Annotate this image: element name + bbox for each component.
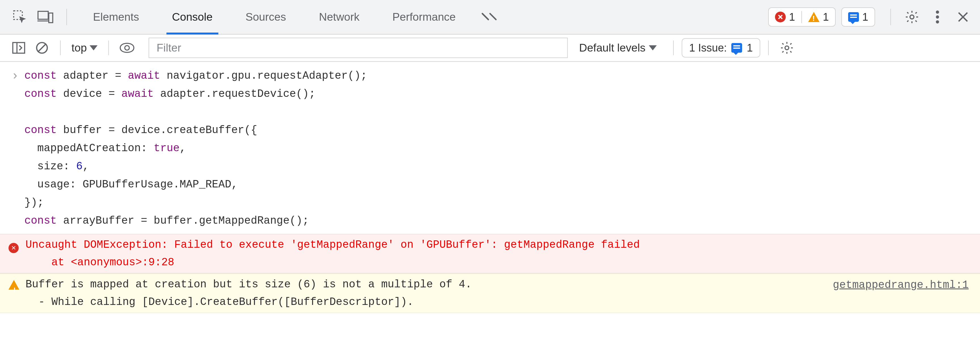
error-text: Uncaught DOMException: Failed to execute… — [25, 236, 969, 271]
divider — [673, 41, 674, 55]
toggle-sidebar-icon[interactable] — [8, 38, 29, 58]
console-error-message[interactable]: ✕ Uncaught DOMException: Failed to execu… — [0, 234, 980, 274]
tab-sources[interactable]: Sources — [229, 0, 302, 34]
kebab-menu-icon[interactable] — [926, 6, 949, 28]
error-count[interactable]: 1 — [769, 11, 801, 23]
settings-icon[interactable] — [900, 6, 923, 28]
svg-line-11 — [38, 44, 46, 52]
tab-elements[interactable]: Elements — [76, 0, 156, 34]
more-tabs-button[interactable] — [472, 0, 506, 34]
panel-tabs: Elements Console Sources Network Perform… — [76, 0, 506, 34]
console-warning-message[interactable]: Buffer is mapped at creation but its siz… — [0, 274, 980, 313]
divider — [890, 9, 891, 25]
svg-point-5 — [936, 11, 939, 14]
message-counts: 1 1 1 — [768, 7, 881, 27]
tab-label: Elements — [93, 11, 139, 23]
context-selector[interactable]: top — [68, 42, 100, 54]
issues-button[interactable]: 1 Issue: 1 — [682, 38, 760, 57]
tab-console[interactable]: Console — [156, 0, 229, 34]
svg-rect-8 — [13, 43, 25, 53]
svg-point-6 — [936, 15, 939, 18]
devtools-tabbar: Elements Console Sources Network Perform… — [0, 0, 980, 35]
console-settings-icon[interactable] — [777, 38, 797, 58]
error-icon: ✕ — [8, 236, 25, 256]
console-output: › const adapter = await navigator.gpu.re… — [0, 62, 980, 313]
tab-performance[interactable]: Performance — [376, 0, 472, 34]
issues-label: 1 Issue: — [689, 42, 727, 54]
levels-label: Default levels — [579, 42, 645, 54]
error-icon — [775, 12, 786, 22]
tab-label: Sources — [245, 11, 286, 23]
issue-icon — [848, 12, 859, 22]
console-input-entry[interactable]: › const adapter = await navigator.gpu.re… — [0, 62, 980, 234]
close-icon[interactable] — [951, 6, 974, 28]
context-value: top — [72, 42, 87, 54]
svg-rect-1 — [38, 11, 48, 19]
issues-count: 1 — [747, 42, 752, 54]
inspect-element-icon[interactable] — [8, 6, 31, 28]
count-value: 1 — [789, 11, 795, 23]
divider — [108, 41, 109, 55]
filter-input[interactable] — [149, 38, 568, 58]
svg-rect-3 — [49, 13, 53, 23]
warning-icon — [808, 12, 819, 22]
console-toolbar: top Default levels 1 Issue: 1 — [0, 35, 980, 62]
tab-label: Network — [319, 11, 360, 23]
error-warning-counts[interactable]: 1 1 — [768, 7, 836, 27]
warning-text: Buffer is mapped at creation but its siz… — [25, 276, 821, 311]
issue-count-group[interactable]: 1 — [842, 7, 875, 27]
tab-label: Console — [172, 11, 213, 23]
tab-network[interactable]: Network — [302, 0, 376, 34]
prompt-chevron-icon: › — [11, 67, 24, 230]
live-expression-icon[interactable] — [117, 38, 137, 58]
warning-count[interactable]: 1 — [801, 11, 835, 23]
issue-icon — [731, 43, 742, 53]
chevron-down-icon — [649, 45, 657, 51]
device-toolbar-icon[interactable] — [34, 6, 57, 28]
source-link[interactable]: getmappedrange.html:1 — [833, 276, 969, 294]
divider — [768, 41, 769, 55]
count-value: 1 — [823, 11, 829, 23]
tab-label: Performance — [393, 11, 456, 23]
code-text: const adapter = await navigator.gpu.requ… — [24, 67, 367, 230]
issue-count[interactable]: 1 — [842, 11, 875, 23]
svg-point-4 — [910, 15, 914, 19]
svg-point-13 — [785, 46, 789, 49]
log-levels-selector[interactable]: Default levels — [579, 42, 657, 54]
count-value: 1 — [862, 11, 868, 23]
svg-point-12 — [125, 46, 129, 50]
chevron-down-icon — [90, 45, 97, 51]
svg-point-7 — [936, 21, 939, 24]
clear-console-icon[interactable] — [32, 38, 52, 58]
warning-icon — [8, 276, 25, 296]
divider — [66, 9, 67, 25]
divider — [60, 41, 61, 55]
